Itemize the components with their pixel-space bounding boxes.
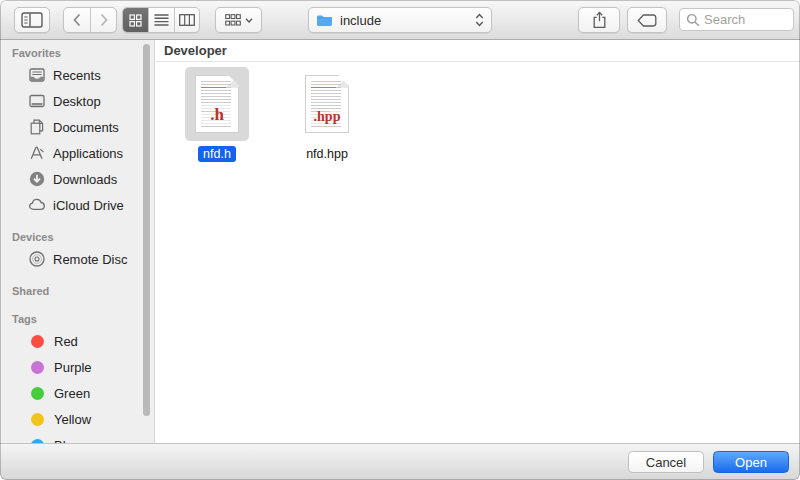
open-file-dialog: include Favorites	[0, 0, 800, 480]
applications-icon	[28, 144, 46, 162]
sidebar-item-label: Desktop	[53, 94, 101, 109]
sidebar-item-tag-red[interactable]: Red	[0, 328, 154, 354]
header-file-icon: .hpp	[305, 75, 349, 133]
header-file-icon: .h	[195, 75, 239, 133]
file-item-nfd-hpp[interactable]: .hpp nfd.hpp	[282, 67, 372, 162]
sidebar-item-tag-yellow[interactable]: Yellow	[0, 406, 154, 432]
file-browser-area: Developer .h nfd.h	[156, 40, 800, 443]
sidebar-item-label: Recents	[53, 68, 101, 83]
sidebar-item-label: iCloud Drive	[53, 198, 124, 213]
popup-arrows-icon	[475, 12, 484, 28]
search-field[interactable]	[679, 8, 794, 31]
sidebar-item-recents[interactable]: Recents	[0, 62, 154, 88]
sidebar-section-devices: Devices	[0, 228, 154, 246]
icon-view-button[interactable]	[123, 8, 148, 32]
sidebar-scrollbar[interactable]	[143, 44, 150, 416]
forward-button[interactable]	[90, 8, 116, 32]
sidebar-item-tag-green[interactable]: Green	[0, 380, 154, 406]
sidebar-item-label: Downloads	[53, 172, 117, 187]
file-selection-highlight: .h	[185, 67, 249, 141]
sidebar-item-tag-blue[interactable]: Blue	[0, 432, 154, 443]
file-name-label[interactable]: nfd.hpp	[301, 146, 353, 162]
open-button[interactable]: Open	[713, 451, 789, 473]
sidebar-item-documents[interactable]: Documents	[0, 114, 154, 140]
tag-red-icon	[31, 335, 44, 348]
tags-button[interactable]	[627, 7, 667, 33]
list-view-button[interactable]	[148, 8, 173, 32]
sidebar-item-downloads[interactable]: Downloads	[0, 166, 154, 192]
sidebar-item-desktop[interactable]: Desktop	[0, 88, 154, 114]
tag-yellow-icon	[31, 413, 44, 426]
sidebar-item-label: Remote Disc	[53, 252, 127, 267]
sidebar-item-applications[interactable]: Applications	[0, 140, 154, 166]
toolbar: include	[0, 0, 800, 40]
share-button[interactable]	[578, 7, 620, 33]
documents-icon	[28, 118, 46, 136]
location-popup-button[interactable]: include	[308, 7, 492, 33]
cancel-button[interactable]: Cancel	[628, 451, 704, 473]
sidebar-item-remote-disc[interactable]: Remote Disc	[0, 246, 154, 272]
file-name-label[interactable]: nfd.h	[198, 146, 236, 162]
share-icon	[592, 11, 607, 29]
view-mode-group	[122, 7, 200, 33]
sidebar-item-label: Red	[54, 334, 78, 349]
arrange-dropdown-button[interactable]	[215, 7, 262, 33]
arrange-icon	[225, 14, 241, 26]
tag-icon	[637, 14, 657, 27]
remote-disc-icon	[28, 250, 46, 268]
icloud-icon	[28, 196, 46, 214]
toggle-sidebar-button[interactable]	[14, 7, 50, 33]
file-item-nfd-h[interactable]: .h nfd.h	[172, 67, 262, 162]
file-extension-label: .h	[196, 105, 238, 125]
recents-icon	[28, 66, 46, 84]
location-popup-label: include	[340, 13, 469, 28]
sidebar-item-label: Documents	[53, 120, 119, 135]
sidebar-item-label: Applications	[53, 146, 123, 161]
sidebar-section-favorites: Favorites	[0, 44, 154, 62]
sidebar-section-shared: Shared	[0, 282, 154, 300]
folder-icon	[316, 14, 333, 27]
sidebar-item-label: Yellow	[54, 412, 91, 427]
sidebar: Favorites Recents Desktop Documents Appl…	[0, 40, 155, 443]
sidebar-toggle-icon	[21, 12, 43, 28]
sidebar-item-tag-purple[interactable]: Purple	[0, 354, 154, 380]
history-nav-group	[63, 7, 117, 33]
columns-view-icon	[179, 14, 195, 26]
sidebar-item-label: Green	[54, 386, 90, 401]
file-extension-label: .hpp	[306, 109, 348, 125]
group-header-label: Developer	[164, 43, 227, 58]
column-view-button[interactable]	[174, 8, 199, 32]
chevron-left-icon	[72, 13, 82, 27]
dialog-footer: Cancel Open	[0, 443, 800, 480]
chevron-down-icon	[245, 18, 253, 23]
sidebar-section-tags: Tags	[0, 310, 154, 328]
chevron-right-icon	[99, 13, 109, 27]
group-header: Developer	[156, 40, 800, 62]
desktop-icon	[28, 92, 46, 110]
grid-view-icon	[129, 14, 142, 27]
downloads-icon	[28, 170, 46, 188]
sidebar-item-icloud-drive[interactable]: iCloud Drive	[0, 192, 154, 218]
search-icon	[686, 13, 700, 27]
tag-purple-icon	[31, 361, 44, 374]
file-icon-wrap: .hpp	[295, 67, 359, 141]
search-input[interactable]	[704, 12, 787, 27]
tag-green-icon	[31, 387, 44, 400]
sidebar-item-label: Purple	[54, 360, 92, 375]
list-view-icon	[154, 14, 169, 26]
back-button[interactable]	[64, 8, 90, 32]
